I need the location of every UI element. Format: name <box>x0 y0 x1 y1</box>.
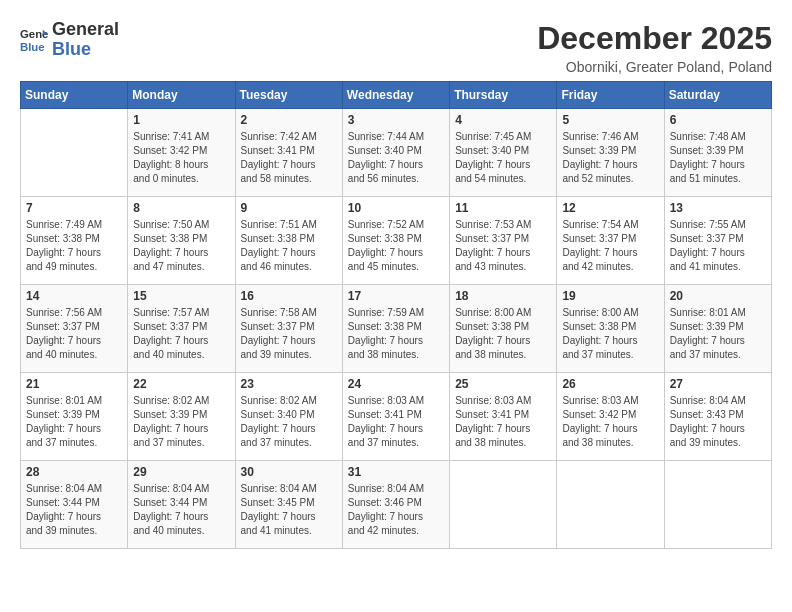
calendar-cell <box>557 461 664 549</box>
day-number: 24 <box>348 377 444 391</box>
cell-detail: Sunrise: 8:00 AM Sunset: 3:38 PM Dayligh… <box>562 306 658 362</box>
day-number: 16 <box>241 289 337 303</box>
day-number: 7 <box>26 201 122 215</box>
day-number: 18 <box>455 289 551 303</box>
day-number: 9 <box>241 201 337 215</box>
day-number: 4 <box>455 113 551 127</box>
calendar-cell: 25Sunrise: 8:03 AM Sunset: 3:41 PM Dayli… <box>450 373 557 461</box>
cell-detail: Sunrise: 7:42 AM Sunset: 3:41 PM Dayligh… <box>241 130 337 186</box>
day-header-tuesday: Tuesday <box>235 82 342 109</box>
cell-detail: Sunrise: 8:04 AM Sunset: 3:44 PM Dayligh… <box>133 482 229 538</box>
calendar-cell: 2Sunrise: 7:42 AM Sunset: 3:41 PM Daylig… <box>235 109 342 197</box>
calendar-cell: 3Sunrise: 7:44 AM Sunset: 3:40 PM Daylig… <box>342 109 449 197</box>
cell-detail: Sunrise: 8:02 AM Sunset: 3:39 PM Dayligh… <box>133 394 229 450</box>
day-header-thursday: Thursday <box>450 82 557 109</box>
calendar-cell: 11Sunrise: 7:53 AM Sunset: 3:37 PM Dayli… <box>450 197 557 285</box>
calendar-cell: 27Sunrise: 8:04 AM Sunset: 3:43 PM Dayli… <box>664 373 771 461</box>
day-header-sunday: Sunday <box>21 82 128 109</box>
cell-detail: Sunrise: 8:04 AM Sunset: 3:43 PM Dayligh… <box>670 394 766 450</box>
day-number: 12 <box>562 201 658 215</box>
cell-detail: Sunrise: 8:01 AM Sunset: 3:39 PM Dayligh… <box>670 306 766 362</box>
cell-detail: Sunrise: 7:57 AM Sunset: 3:37 PM Dayligh… <box>133 306 229 362</box>
calendar-week-2: 7Sunrise: 7:49 AM Sunset: 3:38 PM Daylig… <box>21 197 772 285</box>
cell-detail: Sunrise: 7:41 AM Sunset: 3:42 PM Dayligh… <box>133 130 229 186</box>
calendar-week-1: 1Sunrise: 7:41 AM Sunset: 3:42 PM Daylig… <box>21 109 772 197</box>
calendar-cell: 1Sunrise: 7:41 AM Sunset: 3:42 PM Daylig… <box>128 109 235 197</box>
calendar-cell: 5Sunrise: 7:46 AM Sunset: 3:39 PM Daylig… <box>557 109 664 197</box>
cell-detail: Sunrise: 7:54 AM Sunset: 3:37 PM Dayligh… <box>562 218 658 274</box>
day-header-wednesday: Wednesday <box>342 82 449 109</box>
calendar-cell: 22Sunrise: 8:02 AM Sunset: 3:39 PM Dayli… <box>128 373 235 461</box>
day-number: 15 <box>133 289 229 303</box>
calendar-cell: 15Sunrise: 7:57 AM Sunset: 3:37 PM Dayli… <box>128 285 235 373</box>
calendar-cell: 30Sunrise: 8:04 AM Sunset: 3:45 PM Dayli… <box>235 461 342 549</box>
cell-detail: Sunrise: 8:03 AM Sunset: 3:42 PM Dayligh… <box>562 394 658 450</box>
cell-detail: Sunrise: 7:51 AM Sunset: 3:38 PM Dayligh… <box>241 218 337 274</box>
calendar-cell: 23Sunrise: 8:02 AM Sunset: 3:40 PM Dayli… <box>235 373 342 461</box>
day-number: 21 <box>26 377 122 391</box>
cell-detail: Sunrise: 8:01 AM Sunset: 3:39 PM Dayligh… <box>26 394 122 450</box>
logo: General Blue General Blue <box>20 20 119 60</box>
day-number: 20 <box>670 289 766 303</box>
day-number: 23 <box>241 377 337 391</box>
calendar-cell: 21Sunrise: 8:01 AM Sunset: 3:39 PM Dayli… <box>21 373 128 461</box>
calendar-cell: 31Sunrise: 8:04 AM Sunset: 3:46 PM Dayli… <box>342 461 449 549</box>
calendar-cell: 20Sunrise: 8:01 AM Sunset: 3:39 PM Dayli… <box>664 285 771 373</box>
cell-detail: Sunrise: 7:45 AM Sunset: 3:40 PM Dayligh… <box>455 130 551 186</box>
day-number: 26 <box>562 377 658 391</box>
day-number: 3 <box>348 113 444 127</box>
calendar-cell: 19Sunrise: 8:00 AM Sunset: 3:38 PM Dayli… <box>557 285 664 373</box>
day-number: 8 <box>133 201 229 215</box>
day-number: 1 <box>133 113 229 127</box>
calendar-cell: 29Sunrise: 8:04 AM Sunset: 3:44 PM Dayli… <box>128 461 235 549</box>
day-number: 2 <box>241 113 337 127</box>
svg-text:Blue: Blue <box>20 40 45 52</box>
calendar-cell: 6Sunrise: 7:48 AM Sunset: 3:39 PM Daylig… <box>664 109 771 197</box>
day-number: 11 <box>455 201 551 215</box>
calendar-cell: 9Sunrise: 7:51 AM Sunset: 3:38 PM Daylig… <box>235 197 342 285</box>
calendar-body: 1Sunrise: 7:41 AM Sunset: 3:42 PM Daylig… <box>21 109 772 549</box>
day-number: 28 <box>26 465 122 479</box>
calendar-cell: 13Sunrise: 7:55 AM Sunset: 3:37 PM Dayli… <box>664 197 771 285</box>
day-number: 13 <box>670 201 766 215</box>
cell-detail: Sunrise: 7:49 AM Sunset: 3:38 PM Dayligh… <box>26 218 122 274</box>
calendar-cell <box>21 109 128 197</box>
cell-detail: Sunrise: 8:04 AM Sunset: 3:46 PM Dayligh… <box>348 482 444 538</box>
day-number: 5 <box>562 113 658 127</box>
day-number: 19 <box>562 289 658 303</box>
day-number: 29 <box>133 465 229 479</box>
logo-text: General Blue <box>52 20 119 60</box>
cell-detail: Sunrise: 8:04 AM Sunset: 3:44 PM Dayligh… <box>26 482 122 538</box>
cell-detail: Sunrise: 7:52 AM Sunset: 3:38 PM Dayligh… <box>348 218 444 274</box>
month-title: December 2025 <box>537 20 772 57</box>
day-number: 31 <box>348 465 444 479</box>
calendar-week-3: 14Sunrise: 7:56 AM Sunset: 3:37 PM Dayli… <box>21 285 772 373</box>
page-header: General Blue General Blue December 2025 … <box>20 20 772 75</box>
title-block: December 2025 Oborniki, Greater Poland, … <box>537 20 772 75</box>
cell-detail: Sunrise: 7:44 AM Sunset: 3:40 PM Dayligh… <box>348 130 444 186</box>
calendar-cell <box>450 461 557 549</box>
calendar-cell: 18Sunrise: 8:00 AM Sunset: 3:38 PM Dayli… <box>450 285 557 373</box>
day-number: 22 <box>133 377 229 391</box>
cell-detail: Sunrise: 7:55 AM Sunset: 3:37 PM Dayligh… <box>670 218 766 274</box>
location: Oborniki, Greater Poland, Poland <box>537 59 772 75</box>
calendar-cell: 26Sunrise: 8:03 AM Sunset: 3:42 PM Dayli… <box>557 373 664 461</box>
calendar-cell: 28Sunrise: 8:04 AM Sunset: 3:44 PM Dayli… <box>21 461 128 549</box>
calendar-cell: 17Sunrise: 7:59 AM Sunset: 3:38 PM Dayli… <box>342 285 449 373</box>
cell-detail: Sunrise: 8:00 AM Sunset: 3:38 PM Dayligh… <box>455 306 551 362</box>
calendar-cell: 16Sunrise: 7:58 AM Sunset: 3:37 PM Dayli… <box>235 285 342 373</box>
day-number: 17 <box>348 289 444 303</box>
calendar-cell: 10Sunrise: 7:52 AM Sunset: 3:38 PM Dayli… <box>342 197 449 285</box>
calendar-week-5: 28Sunrise: 8:04 AM Sunset: 3:44 PM Dayli… <box>21 461 772 549</box>
cell-detail: Sunrise: 7:59 AM Sunset: 3:38 PM Dayligh… <box>348 306 444 362</box>
calendar-cell: 12Sunrise: 7:54 AM Sunset: 3:37 PM Dayli… <box>557 197 664 285</box>
day-header-friday: Friday <box>557 82 664 109</box>
cell-detail: Sunrise: 7:56 AM Sunset: 3:37 PM Dayligh… <box>26 306 122 362</box>
day-number: 30 <box>241 465 337 479</box>
day-header-saturday: Saturday <box>664 82 771 109</box>
cell-detail: Sunrise: 8:04 AM Sunset: 3:45 PM Dayligh… <box>241 482 337 538</box>
calendar-table: SundayMondayTuesdayWednesdayThursdayFrid… <box>20 81 772 549</box>
cell-detail: Sunrise: 7:58 AM Sunset: 3:37 PM Dayligh… <box>241 306 337 362</box>
calendar-cell <box>664 461 771 549</box>
calendar-cell: 7Sunrise: 7:49 AM Sunset: 3:38 PM Daylig… <box>21 197 128 285</box>
